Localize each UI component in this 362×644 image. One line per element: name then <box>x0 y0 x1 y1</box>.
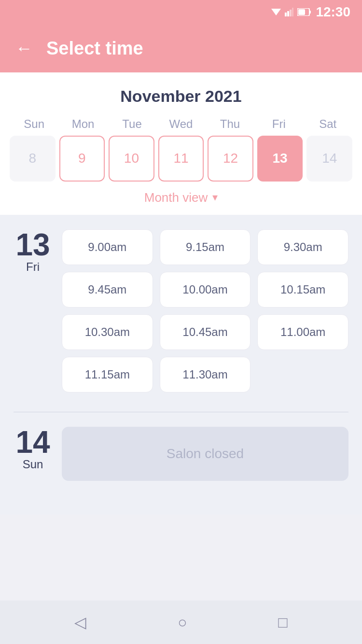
app-header: ← Select time <box>0 24 362 72</box>
calendar-dates: 8 9 10 11 12 13 14 <box>10 136 352 182</box>
cal-day-14[interactable]: 14 <box>306 136 352 182</box>
day-header-wed: Wed <box>156 117 205 131</box>
day-header-mon: Mon <box>58 117 107 131</box>
battery-icon <box>297 8 311 16</box>
time-slot-915[interactable]: 9.15am <box>160 229 251 265</box>
back-button[interactable]: ← <box>15 40 33 57</box>
day-header-tue: Tue <box>108 117 156 131</box>
svg-rect-7 <box>298 9 305 15</box>
month-view-label: Month view <box>144 190 208 205</box>
chevron-down-icon: ▾ <box>212 191 218 204</box>
svg-rect-6 <box>309 11 311 14</box>
time-slot-1130[interactable]: 11.30am <box>160 357 251 392</box>
status-icons <box>271 8 311 16</box>
day-block-14: 14 Sun Salon closed <box>14 427 348 481</box>
nav-back-button[interactable]: ◁ <box>74 613 86 631</box>
time-slot-1030[interactable]: 10.30am <box>62 314 153 350</box>
month-view-toggle[interactable]: Month view ▾ <box>10 190 352 205</box>
wifi-icon <box>271 9 281 15</box>
day-name-14: Sun <box>23 458 43 471</box>
cal-day-10[interactable]: 10 <box>109 136 154 182</box>
svg-rect-3 <box>290 10 292 16</box>
status-bar: 12:30 <box>0 0 362 24</box>
cal-day-13[interactable]: 13 <box>257 136 303 182</box>
day-header-sun: Sun <box>10 117 58 131</box>
cal-day-11[interactable]: 11 <box>158 136 204 182</box>
day-header-thu: Thu <box>206 117 254 131</box>
svg-rect-4 <box>292 8 293 16</box>
section-divider <box>14 412 348 412</box>
day-block-13: 13 Fri 9.00am 9.15am 9.30am 9.45am 10.00… <box>14 229 348 392</box>
salon-closed-label: Salon closed <box>167 446 244 462</box>
nav-home-button[interactable]: ○ <box>178 614 187 631</box>
time-section: 13 Fri 9.00am 9.15am 9.30am 9.45am 10.00… <box>0 215 362 515</box>
status-time: 12:30 <box>316 4 350 20</box>
cal-day-12[interactable]: 12 <box>208 136 253 182</box>
svg-marker-0 <box>271 9 281 15</box>
time-slot-1015[interactable]: 10.15am <box>257 272 348 308</box>
day-label-13: 13 Fri <box>14 229 52 392</box>
time-slot-900[interactable]: 9.00am <box>62 229 153 265</box>
day-headers: Sun Mon Tue Wed Thu Fri Sat <box>10 117 352 131</box>
svg-rect-2 <box>287 11 289 16</box>
time-slot-1100[interactable]: 11.00am <box>257 314 348 350</box>
signal-icon <box>285 8 293 16</box>
time-slot-930[interactable]: 9.30am <box>257 229 348 265</box>
cal-day-8[interactable]: 8 <box>10 136 56 182</box>
time-slot-945[interactable]: 9.45am <box>62 272 153 308</box>
nav-recent-button[interactable]: □ <box>278 614 287 631</box>
calendar-section: November 2021 Sun Mon Tue Wed Thu Fri Sa… <box>0 72 362 215</box>
svg-rect-1 <box>285 13 287 16</box>
day-number-14: 14 <box>15 427 50 458</box>
day-header-sat: Sat <box>304 117 352 131</box>
slots-grid-13: 9.00am 9.15am 9.30am 9.45am 10.00am 10.1… <box>62 229 348 392</box>
page-title: Select time <box>46 38 143 59</box>
time-slot-1000[interactable]: 10.00am <box>160 272 251 308</box>
day-name-13: Fri <box>26 260 40 274</box>
day-label-14: 14 Sun <box>14 427 52 481</box>
bottom-nav: ◁ ○ □ <box>0 601 362 644</box>
time-slot-1115[interactable]: 11.15am <box>62 357 153 392</box>
salon-closed-slot: Salon closed <box>62 427 348 481</box>
day-header-fri: Fri <box>254 117 303 131</box>
month-title: November 2021 <box>10 87 352 106</box>
day-number-13: 13 <box>15 229 50 260</box>
time-slot-1045[interactable]: 10.45am <box>160 314 251 350</box>
cal-day-9[interactable]: 9 <box>59 136 105 182</box>
